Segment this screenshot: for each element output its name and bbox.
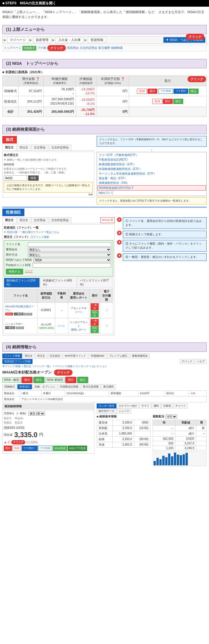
tab-classified[interactable]: 分類別 — [161, 403, 173, 408]
bar-5 — [165, 457, 167, 465]
nisa-invest-btn[interactable]: NISA投資 — [53, 446, 67, 451]
cat-bond[interactable]: 債権連動型投信（FIN） — [98, 181, 206, 185]
petit-buy-order-btn[interactable]: プチ買付！ — [22, 446, 38, 451]
cat-precious[interactable]: 貴金属・商品（ETF） — [98, 176, 206, 181]
tab-summary[interactable]: サマリ — [139, 403, 151, 408]
nisa-acc-tsumitate-btn[interactable]: 積立 — [77, 377, 88, 383]
tsumitate-button-trust[interactable]: 積立 — [173, 99, 183, 104]
nissei-tsumitate-btn[interactable]: 累投型 — [91, 326, 99, 333]
tab-order-view[interactable]: 注文照会 — [31, 145, 48, 150]
breadcrumb-stocks[interactable]: 現物株式 — [22, 46, 36, 51]
sell-order-btn[interactable]: 売却 — [12, 446, 21, 451]
tab-timely[interactable]: 適時 — [152, 403, 161, 408]
sell-button-trust[interactable]: 売却 — [152, 99, 162, 104]
tab-help[interactable]: ヘルプ — [195, 359, 207, 364]
sell-button-stocks[interactable]: 売却 — [137, 89, 147, 94]
fund-tab-sell[interactable]: 売注文 — [17, 217, 31, 223]
breadcrumb-balance[interactable]: 現高照会 — [67, 46, 79, 51]
fund-search-btn[interactable]: 検索する — [6, 269, 23, 275]
nissei-general-btn[interactable]: 一般型 — [91, 319, 99, 326]
cat-reit[interactable]: 不動産投資信託(REIT) — [98, 157, 206, 162]
cat-foreign-idx[interactable]: 外国株価指数連動型投信（ETF） — [98, 167, 206, 171]
filter-balance[interactable]: バランスファンド(677件) — [77, 278, 113, 288]
tab-foreign-bond[interactable]: 外国債MMF — [89, 354, 107, 358]
fund-report-link-2[interactable]: 運用レポート — [71, 328, 87, 331]
receive-date-label: 受渡日 — [4, 421, 12, 424]
nisa-gen-tsumitate-btn[interactable]: 積立 — [33, 377, 44, 383]
clear-link[interactable]: クリア — [25, 270, 33, 273]
tab-shareholder[interactable]: 株主優待 — [101, 384, 116, 389]
petit-sell-order-btn[interactable]: プチ売却 — [38, 446, 52, 451]
tab-kanboard[interactable]: カンボー送付 — [97, 403, 116, 408]
cat-kabu[interactable]: kabuブにて — [98, 191, 206, 195]
nisa-gen-buy-btn[interactable]: 買付 — [21, 377, 33, 383]
tab-news[interactable]: ニュース — [117, 409, 131, 414]
tab-trade-notice[interactable]: 取引注意情報 — [81, 384, 101, 389]
tab-fund-detail[interactable]: 投資信託ファンド詳細 — [2, 359, 33, 364]
tab-chart[interactable]: チャート — [173, 403, 188, 408]
breadcrumb-order[interactable]: 注文約定照会 — [80, 46, 97, 51]
nav-mypage[interactable]: マイページ — [7, 37, 28, 43]
tab-debug[interactable]: デバック — [180, 359, 194, 364]
breadcrumb-top[interactable]: トップページ — [4, 46, 21, 51]
fund-search-link[interactable]: ①ファンド検索 — [31, 236, 49, 238]
nisa-petit-invest-btn[interactable]: NISAプチ投資 — [68, 446, 87, 451]
fund-name-nissei[interactable]: ニッセイTOP I — [5, 322, 22, 325]
mham-tsumitate-btn[interactable]: 累投型 — [91, 311, 99, 317]
buy-order-btn[interactable]: 買付 — [4, 446, 12, 451]
filter-domestic[interactable]: 国内株式ファンド(259件) — [4, 278, 40, 288]
tab-nouzei[interactable]: 納方別データ — [97, 409, 116, 414]
date-select[interactable]: 今日 — [165, 415, 177, 419]
filter-foreign[interactable]: 外国株式ファンド(465件) — [40, 278, 76, 288]
breadcrumb-search[interactable]: 銘柄検索 — [111, 46, 123, 51]
petit-buy-button[interactable]: プチ買付 — [174, 89, 188, 94]
tab-current-stocks[interactable]: 現物株式 — [2, 384, 17, 389]
tab-invest-trust[interactable]: 投資信託 — [17, 384, 32, 389]
company-select[interactable]: 指定なし — [28, 247, 111, 252]
tab-foreign-trust[interactable]: 外国株信託情報 — [58, 384, 80, 389]
tab-sell-order-s4[interactable]: 売注文 — [35, 354, 47, 358]
tab-order-done[interactable]: 注文約定照会 — [49, 145, 71, 150]
tab-fund-info[interactable]: ファンド情報 — [2, 354, 22, 358]
buy-button-trust[interactable]: 買付 — [163, 99, 173, 104]
fund-callout-text-1: ① ファンド名、運用会社等から目的の投資信託を絞り込みます。 — [123, 217, 207, 229]
cat-momentum[interactable]: モーメンタム等化物収益連動型投信（ETF） — [98, 171, 206, 176]
fund-name-input[interactable] — [28, 242, 111, 247]
buy-method-select[interactable]: 指定なし — [28, 253, 111, 257]
breadcrumb-history[interactable]: 取引履歴 — [98, 46, 110, 51]
tab-premium-tsumitate[interactable]: プレミアム積立 — [107, 354, 129, 358]
tsumitate-button-stocks[interactable]: 積立 — [189, 89, 199, 94]
cat-free-etf[interactable]: フリーETF（手数料無料ETF） — [98, 153, 206, 157]
tab-order-status[interactable]: 注文状況 — [48, 354, 62, 358]
tab-sell-order[interactable]: 売注文 — [17, 145, 31, 150]
fund-report-link-1[interactable]: ソート — [75, 311, 83, 313]
petit-sell-button[interactable]: プチ売却 — [158, 89, 173, 94]
tab-china-fund[interactable]: MHF中国ファンド — [63, 354, 88, 358]
arrow-icon: ▶ — [4, 38, 6, 42]
stock-code-input[interactable] — [4, 175, 27, 181]
ponta-input[interactable] — [33, 263, 111, 268]
cat-nisa-120[interactable]: NISA投資金額120万円以下 — [98, 185, 206, 191]
cat-stock-idx[interactable]: 株価指数連動型投信（ETF） — [98, 162, 206, 167]
fund-tab-buy[interactable]: 買注文 — [2, 217, 16, 223]
nav-invest[interactable]: 投資情報 — [88, 37, 106, 43]
nisa-select[interactable]: NISA — [33, 258, 111, 262]
tab-buy-order-s4[interactable]: 買注文 — [23, 354, 35, 358]
fund-name-mham[interactable]: MHAM日本好配当株オープン — [5, 305, 34, 312]
fund-portfolio-link[interactable]: ✦ 特定口座・一般口座のファンド一覧はこちら — [4, 230, 113, 234]
fund-tab-view[interactable]: 注文照会 — [31, 217, 48, 223]
tab-category-total[interactable]: カテゴリー合計 — [117, 403, 139, 408]
nisa-acc-buy-btn[interactable]: 買付 — [65, 377, 76, 383]
buy-button-stocks[interactable]: 買付 — [147, 89, 157, 94]
stock-search-button[interactable]: 検索 — [28, 175, 39, 181]
tab-buy-order[interactable]: 買注文 — [2, 145, 16, 150]
init-date-row: 初定日 申込Ho — [4, 417, 93, 420]
fund-tab-done[interactable]: 注文約定照会 — [49, 217, 71, 223]
exchange-select[interactable]: 東京 1部 — [28, 412, 45, 416]
mham-general-btn[interactable]: 一般型 — [91, 303, 99, 310]
breadcrumb-petit[interactable]: プチ株 — [37, 46, 46, 51]
nav-asset[interactable]: 資産管理 — [33, 37, 51, 43]
tab-募集[interactable]: 募集情報照会 — [130, 354, 150, 358]
nav-deposit[interactable]: 入出金・入出庫 — [56, 37, 83, 43]
tab-futures[interactable]: 先物・オプション — [33, 384, 57, 389]
